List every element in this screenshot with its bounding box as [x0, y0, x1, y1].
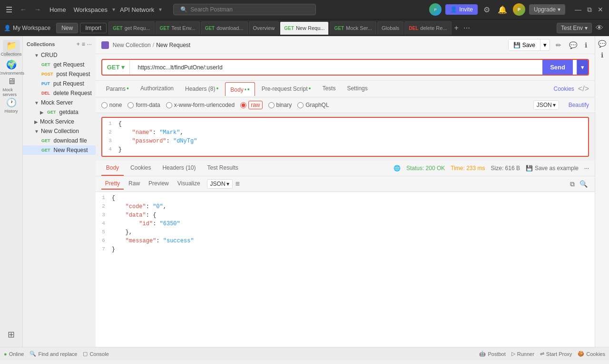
radio-form-data[interactable] — [128, 102, 134, 108]
tab-cookies[interactable]: Cookies — [554, 86, 574, 92]
request-new-request[interactable]: GET New Request — [23, 145, 96, 155]
option-urlencoded[interactable]: x-www-form-urlencoded — [166, 102, 235, 108]
fmt-raw[interactable]: Raw — [125, 178, 144, 190]
console-button[interactable]: ▢ Console — [83, 351, 108, 357]
resp-tab-test-results[interactable]: Test Results — [202, 161, 243, 176]
tab-headers[interactable]: Headers (8) — [180, 81, 223, 97]
collection-mock-server[interactable]: ▼ Mock Server — [23, 98, 96, 107]
tab-settings[interactable]: Settings — [342, 81, 372, 96]
fmt-preview[interactable]: Preview — [145, 178, 173, 190]
more-options-icon[interactable]: ··· — [87, 41, 92, 48]
radio-raw[interactable] — [240, 102, 246, 108]
env-eye-icon[interactable]: 👁 — [594, 22, 605, 34]
info-icon-button[interactable]: ℹ — [583, 39, 589, 51]
back-arrow[interactable]: ← — [18, 4, 29, 15]
maximize-button[interactable]: ⧉ — [585, 4, 594, 16]
tab-download[interactable]: GET download... — [201, 21, 248, 35]
save-button[interactable]: 💾 Save — [509, 39, 540, 50]
invite-button[interactable]: 👤 Invite — [445, 4, 478, 15]
tab-authorization[interactable]: Authorization — [136, 81, 178, 96]
find-replace-button[interactable]: 🔍 Find and replace — [29, 351, 77, 357]
comment-icon-button[interactable]: 💬 — [567, 39, 579, 51]
minimize-button[interactable]: — — [573, 4, 583, 16]
collection-mock-service[interactable]: ▶ Mock Service — [23, 117, 96, 126]
tab-body[interactable]: Body• — [225, 82, 255, 96]
wrap-lines-icon[interactable]: ≡ — [236, 180, 240, 188]
menu-icon[interactable]: ☰ — [4, 3, 14, 16]
send-button[interactable]: Send — [542, 60, 573, 75]
resp-more-icon[interactable]: ··· — [584, 165, 589, 172]
resp-tab-body[interactable]: Body — [101, 161, 124, 176]
request-delete-request[interactable]: DEL delete Request — [23, 88, 96, 98]
sidebar-icon-collections[interactable]: 📁 Collections — [3, 40, 20, 57]
option-form-data[interactable]: form-data — [128, 102, 160, 108]
tab-pre-request[interactable]: Pre-request Script — [257, 81, 316, 97]
tab-more-button[interactable]: ⋯ — [462, 22, 472, 34]
forward-arrow[interactable]: → — [32, 4, 43, 15]
close-button[interactable]: ✕ — [596, 4, 605, 16]
import-button[interactable]: Import — [80, 23, 107, 33]
radio-binary[interactable] — [268, 102, 275, 108]
tab-globals[interactable]: Globals — [377, 21, 403, 35]
edit-icon-button[interactable]: ✏ — [554, 39, 563, 51]
collection-crud[interactable]: ▼ CRUD — [23, 50, 96, 60]
request-code-editor[interactable]: 1 { 2 "name": "Mark", 3 "password": "dNy… — [101, 117, 589, 157]
tab-new-request[interactable]: GET New Requ... — [280, 21, 329, 35]
nav-workspaces[interactable]: Workspaces — [71, 4, 110, 15]
tab-get-request[interactable]: GET get Requ... — [108, 21, 154, 35]
notifications-icon[interactable]: 🔔 — [496, 3, 509, 16]
method-selector[interactable]: GET ▾ — [102, 60, 130, 75]
option-none[interactable]: none — [101, 102, 122, 108]
url-input[interactable] — [134, 60, 539, 75]
code-toggle-icon[interactable]: </> — [578, 85, 589, 93]
json-format-selector[interactable]: JSON ▾ — [207, 179, 233, 189]
right-panel-comment-icon[interactable]: 💬 — [598, 40, 606, 48]
copy-button[interactable]: ⧉ — [569, 179, 576, 190]
start-proxy-button[interactable]: ⇌ Start Proxy — [540, 351, 572, 357]
env-selector[interactable]: Test Env ▾ — [557, 23, 592, 33]
resp-tab-headers[interactable]: Headers (10) — [157, 161, 200, 176]
nav-api-network[interactable]: API Network — [117, 4, 157, 15]
json-selector[interactable]: JSON ▾ — [533, 100, 559, 110]
tab-delete-request[interactable]: DEL delete Re... — [404, 21, 451, 35]
mock-server-getdata-folder[interactable]: ▶ GET getdata — [23, 107, 96, 117]
request-put-request[interactable]: PUT put Request — [23, 79, 96, 88]
right-panel-info-icon[interactable]: ℹ — [601, 51, 603, 59]
request-post-request[interactable]: POST post Request — [23, 69, 96, 79]
send-dropdown[interactable]: ▾ — [577, 60, 588, 75]
fmt-pretty[interactable]: Pretty — [101, 178, 124, 190]
tab-params[interactable]: Params — [101, 81, 134, 97]
request-download-file[interactable]: GET download file — [23, 136, 96, 145]
beautify-button[interactable]: Beautify — [569, 102, 589, 108]
sidebar-icon-more[interactable]: ⊞ — [3, 326, 20, 343]
runner-button[interactable]: ▷ Runner — [511, 351, 534, 357]
search-bar[interactable]: 🔍 Search Postman — [173, 4, 316, 15]
resp-tab-cookies[interactable]: Cookies — [126, 161, 156, 176]
add-collection-icon[interactable]: + — [77, 41, 80, 48]
save-dropdown-button[interactable]: ▾ — [540, 39, 550, 50]
tab-overview[interactable]: Overview — [249, 21, 279, 35]
option-raw[interactable]: raw — [240, 101, 262, 109]
sidebar-icon-environments[interactable]: 🌍 Environments — [3, 59, 20, 76]
upgrade-button[interactable]: Upgrade ▾ — [529, 4, 565, 15]
request-get-request[interactable]: GET get Request — [23, 60, 96, 69]
sidebar-icon-history[interactable]: 🕐 History — [3, 97, 20, 114]
tab-mock-server[interactable]: GET Mock Ser... — [330, 21, 376, 35]
fmt-visualize[interactable]: Visualize — [174, 178, 204, 190]
search-button[interactable]: 🔍 — [578, 179, 589, 190]
nav-home[interactable]: Home — [47, 4, 69, 15]
option-binary[interactable]: binary — [268, 102, 292, 108]
option-graphql[interactable]: GraphQL — [297, 102, 329, 108]
sidebar-icon-mock-servers[interactable]: 🖥 Mock servers — [3, 78, 20, 95]
radio-none[interactable] — [101, 102, 108, 108]
tab-tests[interactable]: Tests — [317, 81, 340, 96]
tab-add-button[interactable]: + — [452, 22, 461, 34]
radio-graphql[interactable] — [297, 102, 304, 108]
tab-test-env[interactable]: GET Test Env... — [156, 21, 200, 35]
radio-urlencoded[interactable] — [166, 102, 172, 108]
filter-icon[interactable]: ≡ — [82, 41, 85, 48]
online-indicator[interactable]: ● Online — [4, 351, 24, 357]
collection-new-collection[interactable]: ▼ New Collection — [23, 126, 96, 136]
new-button[interactable]: New — [56, 23, 78, 33]
postbot-button[interactable]: 🤖 Postbot — [479, 351, 505, 357]
